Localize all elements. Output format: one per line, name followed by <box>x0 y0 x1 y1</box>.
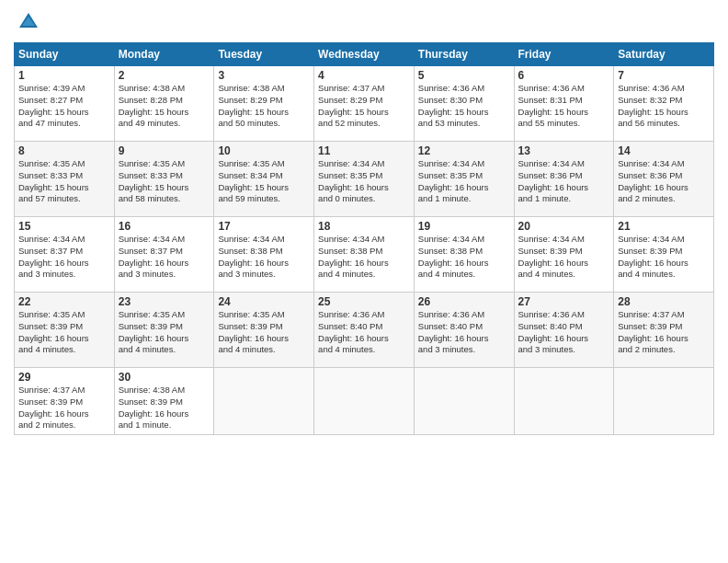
logo-text <box>14 9 43 35</box>
calendar-cell: 1Sunrise: 4:39 AM Sunset: 8:27 PM Daylig… <box>15 66 115 142</box>
weekday-saturday: Saturday <box>614 43 714 66</box>
day-info: Sunrise: 4:36 AM Sunset: 8:32 PM Dayligh… <box>618 83 710 130</box>
weekday-tuesday: Tuesday <box>214 43 314 66</box>
day-number: 1 <box>18 69 110 82</box>
day-number: 13 <box>518 144 610 157</box>
day-info: Sunrise: 4:35 AM Sunset: 8:34 PM Dayligh… <box>218 158 310 205</box>
day-number: 7 <box>618 69 710 82</box>
day-info: Sunrise: 4:36 AM Sunset: 8:40 PM Dayligh… <box>418 309 510 356</box>
day-number: 12 <box>418 144 510 157</box>
day-info: Sunrise: 4:34 AM Sunset: 8:39 PM Dayligh… <box>518 234 610 281</box>
calendar-cell <box>614 368 714 435</box>
day-number: 19 <box>418 220 510 233</box>
day-number: 5 <box>418 69 510 82</box>
day-number: 18 <box>318 220 410 233</box>
calendar-cell: 14Sunrise: 4:34 AM Sunset: 8:36 PM Dayli… <box>614 142 714 217</box>
weekday-sunday: Sunday <box>15 43 115 66</box>
calendar-cell <box>414 368 514 435</box>
day-info: Sunrise: 4:34 AM Sunset: 8:37 PM Dayligh… <box>119 234 210 281</box>
calendar-cell <box>214 368 314 435</box>
calendar-cell: 28Sunrise: 4:37 AM Sunset: 8:39 PM Dayli… <box>614 293 714 368</box>
day-number: 26 <box>418 295 510 308</box>
weekday-wednesday: Wednesday <box>314 43 415 66</box>
day-info: Sunrise: 4:35 AM Sunset: 8:39 PM Dayligh… <box>119 309 210 356</box>
day-info: Sunrise: 4:34 AM Sunset: 8:37 PM Dayligh… <box>18 234 110 281</box>
calendar-cell: 20Sunrise: 4:34 AM Sunset: 8:39 PM Dayli… <box>514 217 614 293</box>
calendar-cell: 19Sunrise: 4:34 AM Sunset: 8:38 PM Dayli… <box>414 217 514 293</box>
day-number: 28 <box>618 295 710 308</box>
day-info: Sunrise: 4:36 AM Sunset: 8:40 PM Dayligh… <box>518 309 610 356</box>
day-info: Sunrise: 4:34 AM Sunset: 8:36 PM Dayligh… <box>518 158 610 205</box>
logo-icon <box>16 9 41 35</box>
calendar-cell: 29Sunrise: 4:37 AM Sunset: 8:39 PM Dayli… <box>15 368 115 435</box>
day-number: 8 <box>18 144 110 157</box>
day-info: Sunrise: 4:37 AM Sunset: 8:39 PM Dayligh… <box>18 385 110 431</box>
calendar-cell: 22Sunrise: 4:35 AM Sunset: 8:39 PM Dayli… <box>15 293 115 368</box>
day-info: Sunrise: 4:38 AM Sunset: 8:39 PM Dayligh… <box>119 385 210 431</box>
day-number: 6 <box>518 69 610 82</box>
calendar-cell <box>314 368 415 435</box>
calendar-cell: 6Sunrise: 4:36 AM Sunset: 8:31 PM Daylig… <box>514 66 614 142</box>
calendar-cell: 9Sunrise: 4:35 AM Sunset: 8:33 PM Daylig… <box>114 142 214 217</box>
calendar-cell: 5Sunrise: 4:36 AM Sunset: 8:30 PM Daylig… <box>414 66 514 142</box>
day-info: Sunrise: 4:36 AM Sunset: 8:31 PM Dayligh… <box>518 83 610 130</box>
calendar-cell: 21Sunrise: 4:34 AM Sunset: 8:39 PM Dayli… <box>614 217 714 293</box>
day-info: Sunrise: 4:35 AM Sunset: 8:33 PM Dayligh… <box>119 158 210 205</box>
day-number: 29 <box>18 371 110 384</box>
page: SundayMondayTuesdayWednesdayThursdayFrid… <box>0 0 728 563</box>
calendar-cell: 12Sunrise: 4:34 AM Sunset: 8:35 PM Dayli… <box>414 142 514 217</box>
calendar: SundayMondayTuesdayWednesdayThursdayFrid… <box>14 42 714 435</box>
day-info: Sunrise: 4:34 AM Sunset: 8:38 PM Dayligh… <box>318 234 410 281</box>
day-number: 17 <box>218 220 310 233</box>
day-info: Sunrise: 4:36 AM Sunset: 8:30 PM Dayligh… <box>418 83 510 130</box>
day-info: Sunrise: 4:34 AM Sunset: 8:38 PM Dayligh… <box>418 234 510 281</box>
day-number: 23 <box>119 295 210 308</box>
day-number: 11 <box>318 144 410 157</box>
calendar-cell: 11Sunrise: 4:34 AM Sunset: 8:35 PM Dayli… <box>314 142 415 217</box>
day-number: 22 <box>18 295 110 308</box>
day-info: Sunrise: 4:37 AM Sunset: 8:29 PM Dayligh… <box>318 83 410 130</box>
day-info: Sunrise: 4:34 AM Sunset: 8:35 PM Dayligh… <box>418 158 510 205</box>
header <box>14 9 714 35</box>
day-info: Sunrise: 4:36 AM Sunset: 8:40 PM Dayligh… <box>318 309 410 356</box>
calendar-cell: 30Sunrise: 4:38 AM Sunset: 8:39 PM Dayli… <box>114 368 214 435</box>
day-number: 27 <box>518 295 610 308</box>
weekday-thursday: Thursday <box>414 43 514 66</box>
day-info: Sunrise: 4:34 AM Sunset: 8:36 PM Dayligh… <box>618 158 710 205</box>
day-info: Sunrise: 4:35 AM Sunset: 8:39 PM Dayligh… <box>218 309 310 356</box>
calendar-cell: 23Sunrise: 4:35 AM Sunset: 8:39 PM Dayli… <box>114 293 214 368</box>
weekday-header-row: SundayMondayTuesdayWednesdayThursdayFrid… <box>15 43 714 66</box>
calendar-cell: 15Sunrise: 4:34 AM Sunset: 8:37 PM Dayli… <box>15 217 115 293</box>
day-info: Sunrise: 4:35 AM Sunset: 8:33 PM Dayligh… <box>18 158 110 205</box>
day-info: Sunrise: 4:38 AM Sunset: 8:28 PM Dayligh… <box>119 83 210 130</box>
day-number: 20 <box>518 220 610 233</box>
logo <box>14 9 43 35</box>
calendar-cell: 17Sunrise: 4:34 AM Sunset: 8:38 PM Dayli… <box>214 217 314 293</box>
day-number: 2 <box>119 69 210 82</box>
day-info: Sunrise: 4:39 AM Sunset: 8:27 PM Dayligh… <box>18 83 110 130</box>
day-info: Sunrise: 4:34 AM Sunset: 8:35 PM Dayligh… <box>318 158 410 205</box>
day-number: 30 <box>119 371 210 384</box>
calendar-cell: 7Sunrise: 4:36 AM Sunset: 8:32 PM Daylig… <box>614 66 714 142</box>
day-number: 14 <box>618 144 710 157</box>
day-number: 3 <box>218 69 310 82</box>
calendar-cell: 26Sunrise: 4:36 AM Sunset: 8:40 PM Dayli… <box>414 293 514 368</box>
day-info: Sunrise: 4:34 AM Sunset: 8:39 PM Dayligh… <box>618 234 710 281</box>
day-number: 10 <box>218 144 310 157</box>
weekday-friday: Friday <box>514 43 614 66</box>
day-info: Sunrise: 4:38 AM Sunset: 8:29 PM Dayligh… <box>218 83 310 130</box>
day-number: 4 <box>318 69 410 82</box>
day-info: Sunrise: 4:35 AM Sunset: 8:39 PM Dayligh… <box>18 309 110 356</box>
day-number: 24 <box>218 295 310 308</box>
day-number: 15 <box>18 220 110 233</box>
calendar-cell: 3Sunrise: 4:38 AM Sunset: 8:29 PM Daylig… <box>214 66 314 142</box>
calendar-cell: 25Sunrise: 4:36 AM Sunset: 8:40 PM Dayli… <box>314 293 415 368</box>
calendar-cell: 4Sunrise: 4:37 AM Sunset: 8:29 PM Daylig… <box>314 66 415 142</box>
calendar-cell: 13Sunrise: 4:34 AM Sunset: 8:36 PM Dayli… <box>514 142 614 217</box>
calendar-cell: 24Sunrise: 4:35 AM Sunset: 8:39 PM Dayli… <box>214 293 314 368</box>
calendar-cell <box>514 368 614 435</box>
day-number: 9 <box>119 144 210 157</box>
day-info: Sunrise: 4:37 AM Sunset: 8:39 PM Dayligh… <box>618 309 710 356</box>
day-number: 21 <box>618 220 710 233</box>
day-number: 25 <box>318 295 410 308</box>
